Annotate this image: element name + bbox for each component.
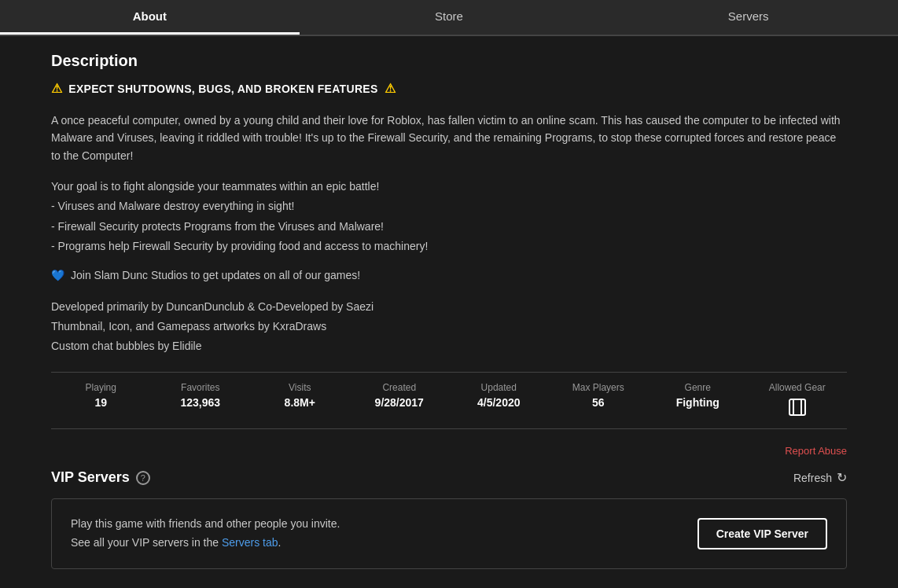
warning-icon-right: ⚠: [385, 81, 396, 96]
stat-allowed-gear-value: [748, 396, 848, 419]
credit-1: Developed primarily by DuncanDunclub & C…: [51, 297, 847, 317]
stat-favorites-value: 123,963: [151, 396, 251, 409]
report-abuse-link[interactable]: Report Abuse: [785, 445, 847, 457]
stat-updated-label: Updated: [449, 382, 549, 393]
tab-navigation: About Store Servers: [0, 0, 898, 36]
stat-max-players-value: 56: [549, 396, 649, 409]
refresh-icon: ↻: [837, 470, 847, 485]
tab-about[interactable]: About: [0, 0, 300, 35]
tab-store[interactable]: Store: [300, 0, 599, 35]
refresh-button[interactable]: Refresh ↻: [793, 470, 847, 485]
tab-servers[interactable]: Servers: [598, 0, 898, 35]
vip-desc-line2: See all your VIP servers in the Servers …: [71, 534, 340, 553]
stat-genre-value: Fighting: [648, 396, 748, 409]
stat-favorites: Favorites 123,963: [151, 382, 251, 419]
stat-playing-value: 19: [51, 396, 151, 409]
vip-desc-line1: Play this game with friends and other pe…: [71, 515, 340, 534]
vip-title-row: VIP Servers ?: [51, 469, 150, 486]
warning-banner: ⚠ EXPECT SHUTDOWNS, BUGS, AND BROKEN FEA…: [51, 81, 847, 96]
warning-icon-left: ⚠: [51, 81, 62, 96]
stat-max-players: Max Players 56: [549, 382, 649, 419]
vip-servers-title: VIP Servers: [51, 469, 130, 486]
stat-genre: Genre Fighting: [648, 382, 748, 419]
stat-created-label: Created: [350, 382, 450, 393]
join-line: 💙 Join Slam Dunc Studios to get updates …: [51, 269, 847, 281]
servers-tab-link[interactable]: Servers tab: [222, 536, 278, 549]
gear-bracket-icon: [788, 398, 807, 417]
stat-created-value: 9/28/2017: [350, 396, 450, 409]
goal-intro: Your goal is to fight alongside your tea…: [51, 177, 847, 197]
credit-2: Thumbnail, Icon, and Gamepass artworks b…: [51, 317, 847, 336]
stat-allowed-gear-label: Allowed Gear: [748, 382, 848, 393]
credits: Developed primarily by DuncanDunclub & C…: [51, 297, 847, 357]
vip-desc-line2-text: See all your VIP servers in the: [71, 536, 219, 549]
vip-header: VIP Servers ? Refresh ↻: [51, 469, 847, 486]
vip-help-icon[interactable]: ?: [136, 471, 150, 485]
stat-visits: Visits 8.8M+: [250, 382, 350, 419]
stat-playing: Playing 19: [51, 382, 151, 419]
stat-visits-value: 8.8M+: [250, 396, 350, 409]
credit-3: Custom chat bubbles by Elidile: [51, 336, 847, 356]
vip-servers-section: VIP Servers ? Refresh ↻ Play this game w…: [51, 469, 847, 569]
create-vip-server-button[interactable]: Create VIP Server: [697, 518, 827, 549]
stat-created: Created 9/28/2017: [350, 382, 450, 419]
vip-description: Play this game with friends and other pe…: [71, 515, 340, 553]
vip-desc-line2-end: .: [278, 536, 282, 549]
stat-genre-label: Genre: [648, 382, 748, 393]
heart-icon: 💙: [51, 269, 64, 281]
description-section: Description ⚠ EXPECT SHUTDOWNS, BUGS, AN…: [51, 52, 847, 356]
stat-favorites-label: Favorites: [151, 382, 251, 393]
main-content: Description ⚠ EXPECT SHUTDOWNS, BUGS, AN…: [0, 36, 898, 588]
goal-2: - Firewall Security protects Programs fr…: [51, 217, 847, 237]
goal-3: - Programs help Firewall Security by pro…: [51, 237, 847, 256]
stat-updated: Updated 4/5/2020: [449, 382, 549, 419]
stats-bar: Playing 19 Favorites 123,963 Visits 8.8M…: [51, 372, 847, 429]
goal-1: - Viruses and Malware destroy everything…: [51, 197, 847, 216]
vip-box: Play this game with friends and other pe…: [51, 498, 847, 569]
stat-allowed-gear: Allowed Gear: [748, 382, 848, 419]
refresh-label: Refresh: [793, 472, 832, 484]
description-title: Description: [51, 52, 847, 70]
report-abuse-row: Report Abuse: [51, 445, 847, 457]
stat-playing-label: Playing: [51, 382, 151, 393]
stat-visits-label: Visits: [250, 382, 350, 393]
warning-text: EXPECT SHUTDOWNS, BUGS, AND BROKEN FEATU…: [68, 83, 377, 95]
stat-updated-value: 4/5/2020: [449, 396, 549, 409]
svg-rect-0: [789, 399, 805, 415]
stat-max-players-label: Max Players: [549, 382, 649, 393]
description-paragraph1: A once peaceful computer, owned by a you…: [51, 112, 847, 164]
join-text: Join Slam Dunc Studios to get updates on…: [71, 269, 360, 281]
goal-list: Your goal is to fight alongside your tea…: [51, 177, 847, 256]
